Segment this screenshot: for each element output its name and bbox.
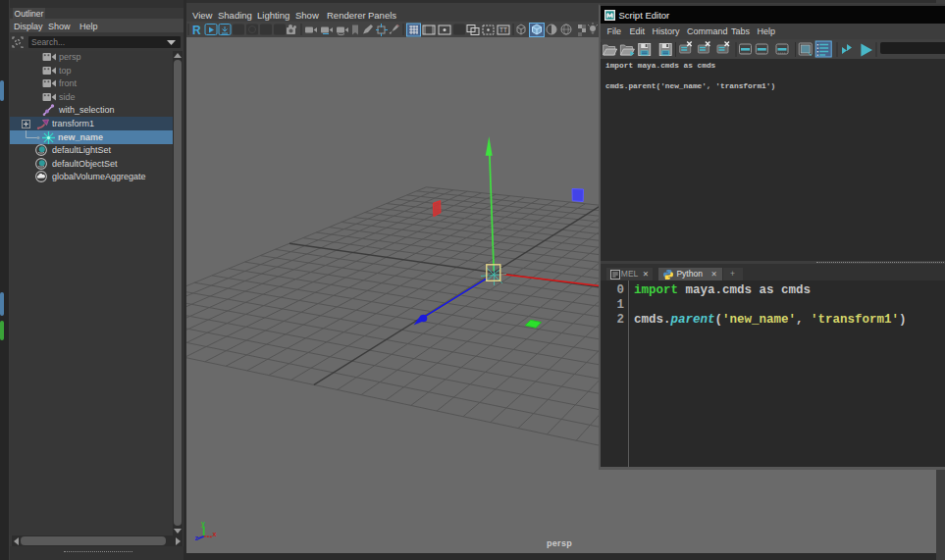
- svg-text:R: R: [192, 24, 201, 37]
- svg-text:y: y: [201, 520, 205, 528]
- svg-text:TT: TT: [499, 26, 507, 33]
- svg-text:z: z: [195, 535, 199, 541]
- svg-text:x: x: [213, 531, 217, 537]
